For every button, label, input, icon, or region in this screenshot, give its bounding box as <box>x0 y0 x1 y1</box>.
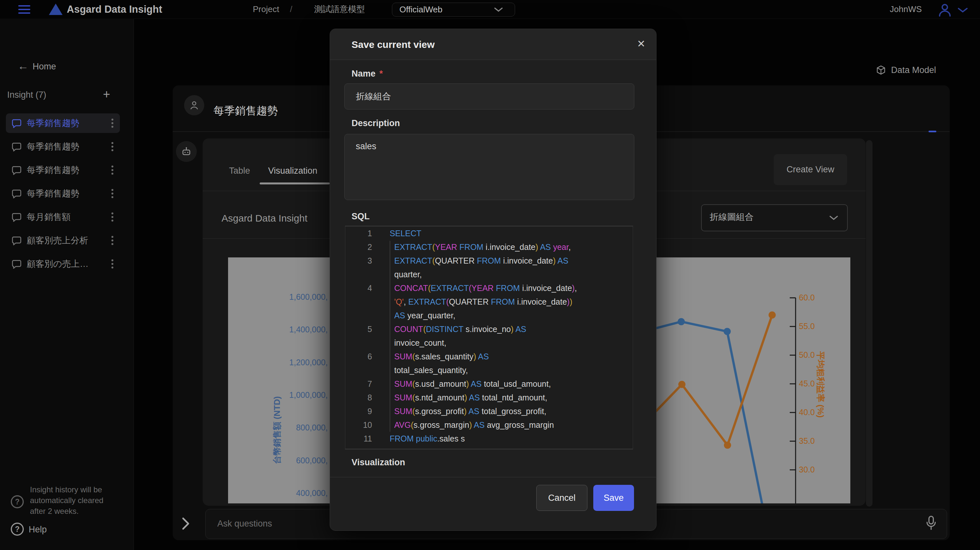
line-number <box>345 295 372 308</box>
line-number: 5 <box>345 322 372 336</box>
chat-bubble-icon <box>11 188 22 199</box>
help-question-icon[interactable]: ? <box>10 521 25 537</box>
sql-code-line: invoice_count, <box>345 336 633 350</box>
line-number: 10 <box>345 418 372 432</box>
line-number <box>345 308 372 322</box>
right-axis-tick-label: 50.0 <box>799 350 815 360</box>
chart-type-select[interactable]: 折線圖組合 <box>701 204 848 231</box>
visualization-label: Visualization <box>352 458 405 467</box>
data-point <box>678 381 686 388</box>
breadcrumb-model[interactable]: 測試語意模型 <box>314 0 365 19</box>
line-number: 6 <box>345 350 372 363</box>
kebab-menu-icon[interactable] <box>111 189 113 198</box>
data-model-cube-icon[interactable] <box>876 65 886 75</box>
close-icon[interactable]: ✕ <box>637 38 645 50</box>
sidebar-item[interactable]: 顧客別の売上… <box>6 254 120 274</box>
name-label: Name* <box>352 69 383 79</box>
env-select[interactable]: OfficialWeb <box>392 3 515 17</box>
line-number: 9 <box>345 404 372 418</box>
kebab-menu-icon[interactable] <box>111 119 113 128</box>
insight-avatar <box>184 95 204 115</box>
sidebar-home[interactable]: Home <box>33 62 56 72</box>
save-view-modal: Save current view ✕ Name* 折線組合 Descripti… <box>330 29 657 531</box>
data-point <box>678 318 685 325</box>
add-insight-button[interactable]: + <box>103 89 110 100</box>
line-number <box>345 267 372 281</box>
sidebar-item[interactable]: 每季銷售趨勢 <box>6 113 120 133</box>
info-question-icon: ? <box>10 494 25 509</box>
tab-table[interactable]: Table <box>229 166 250 176</box>
left-axis-tick-label: 600,000, <box>233 456 328 465</box>
left-axis-tick-label: 1,600,000, <box>233 292 328 302</box>
right-axis-tick-label: 40.0 <box>799 408 815 417</box>
line-number: 1 <box>345 226 372 240</box>
right-axis-tick-label: 55.0 <box>799 321 815 331</box>
microphone-icon[interactable] <box>924 515 938 533</box>
kebab-menu-icon[interactable] <box>111 165 113 175</box>
sidebar-item-label: 顧客別の売上… <box>27 258 111 270</box>
sql-code-block[interactable]: 1SELECT2EXTRACT(YEAR FROM i.invoice_date… <box>345 226 633 449</box>
left-axis-tick-label: 800,000, <box>233 423 328 432</box>
line-number <box>345 363 372 377</box>
app-title: Asgard Data Insight <box>67 0 162 19</box>
name-input-value: 折線組合 <box>345 84 634 109</box>
divider-accent <box>929 131 936 132</box>
chat-bubble-icon <box>11 235 22 246</box>
kebab-menu-icon[interactable] <box>111 236 113 245</box>
sidebar-item-label: 每季銷售趨勢 <box>27 164 111 176</box>
chart-card-title: Asgard Data Insight <box>221 213 307 224</box>
sql-code-line: total_sales_quantity, <box>345 363 633 377</box>
description-textarea[interactable]: sales <box>344 134 634 200</box>
chevron-down-icon <box>829 215 838 221</box>
sidebar-item[interactable]: 每月銷售額 <box>6 207 120 227</box>
sidebar-item[interactable]: 每季銷售趨勢 <box>6 137 120 156</box>
create-view-button[interactable]: Create View <box>774 154 847 185</box>
kebab-menu-icon[interactable] <box>111 259 113 269</box>
robot-icon <box>180 146 192 157</box>
sidebar-help[interactable]: Help <box>29 525 47 535</box>
user-chevron-down-icon[interactable] <box>957 7 968 13</box>
name-input[interactable]: 折線組合 <box>344 83 634 110</box>
right-axis-tick-label: 45.0 <box>799 379 815 388</box>
tab-visualization[interactable]: Visualization <box>268 166 317 176</box>
breadcrumb-separator: / <box>290 0 292 19</box>
line-number: 2 <box>345 240 372 254</box>
sql-code-line: 5COUNT(DISTINCT s.invoice_no) AS <box>345 322 633 336</box>
right-axis-tick-label: 35.0 <box>799 436 815 446</box>
data-model-button[interactable]: Data Model <box>891 65 936 75</box>
kebab-menu-icon[interactable] <box>111 142 113 151</box>
sidebar-item[interactable]: 每季銷售趨勢 <box>6 160 120 180</box>
collapse-chevron-right-icon[interactable] <box>181 517 190 531</box>
sidebar-item-label: 每季銷售趨勢 <box>27 117 111 129</box>
sql-code-line: 3EXTRACT(QUARTER FROM i.invoice_date) AS <box>345 254 633 267</box>
right-axis-tick-label: 30.0 <box>799 465 815 474</box>
user-avatar-icon[interactable] <box>937 3 953 17</box>
kebab-menu-icon[interactable] <box>111 213 113 222</box>
back-arrow-icon[interactable]: ← <box>18 60 29 72</box>
svg-text:?: ? <box>15 525 19 533</box>
sql-code-line: quarter, <box>345 267 633 281</box>
sql-code-line: AS year_quarter, <box>345 308 633 322</box>
hamburger-menu-icon[interactable] <box>18 5 30 14</box>
data-point <box>724 442 731 449</box>
save-button[interactable]: Save <box>593 485 634 511</box>
breadcrumb-project[interactable]: Project <box>253 0 279 19</box>
line-number: 11 <box>345 432 372 445</box>
cancel-button[interactable]: Cancel <box>536 485 587 511</box>
sidebar-item[interactable]: 顧客別売上分析 <box>6 230 120 250</box>
card-scrollbar[interactable] <box>866 140 872 507</box>
chat-bubble-icon <box>11 141 22 152</box>
modal-header: Save current view <box>330 29 656 60</box>
sidebar-item[interactable]: 每季銷售趨勢 <box>6 184 120 203</box>
sql-code-line: 8SUM(s.ntd_amount) AS total_ntd_amount, <box>345 391 633 404</box>
chat-bubble-icon <box>11 211 22 223</box>
left-axis-tick-label: 1,000,000, <box>233 390 328 400</box>
sql-code-line: 4CONCAT(EXTRACT(YEAR FROM i.invoice_date… <box>345 281 633 295</box>
logo-triangle-icon <box>49 3 62 15</box>
description-value: sales <box>345 134 634 151</box>
modal-footer-divider <box>330 477 656 477</box>
notice-line: Insight history will be <box>30 484 128 495</box>
bot-avatar <box>176 141 197 162</box>
data-point <box>724 328 731 335</box>
description-label: Description <box>352 118 400 129</box>
